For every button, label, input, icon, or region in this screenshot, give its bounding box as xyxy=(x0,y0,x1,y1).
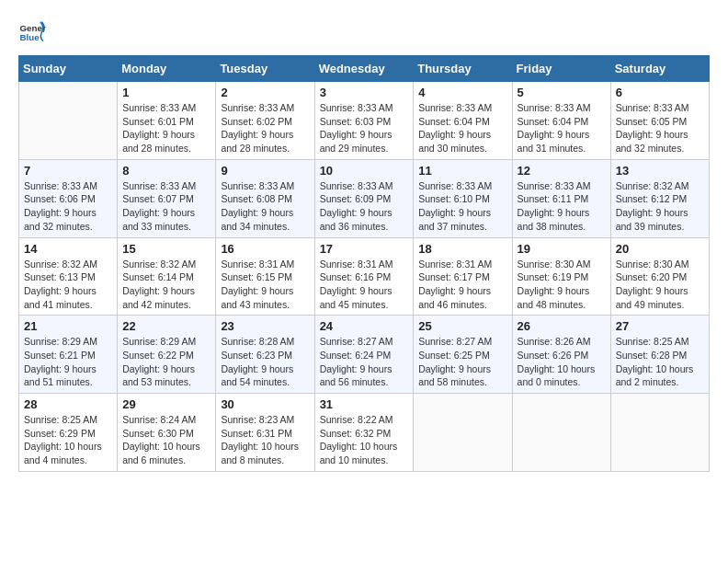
day-number: 6 xyxy=(616,86,704,99)
day-number: 21 xyxy=(24,319,112,333)
weekday-header-wednesday: Wednesday xyxy=(314,56,414,82)
day-info: Sunrise: 8:25 AMSunset: 6:29 PMDaylight:… xyxy=(24,413,112,467)
day-number: 20 xyxy=(616,242,704,256)
week-row-3: 14Sunrise: 8:32 AMSunset: 6:13 PMDayligh… xyxy=(19,237,710,316)
calendar-cell: 18Sunrise: 8:31 AMSunset: 6:17 PMDayligh… xyxy=(414,237,512,316)
day-info: Sunrise: 8:31 AMSunset: 6:16 PMDaylight:… xyxy=(320,258,409,312)
day-number: 4 xyxy=(418,86,506,99)
calendar-cell: 26Sunrise: 8:26 AMSunset: 6:26 PMDayligh… xyxy=(512,316,610,394)
day-info: Sunrise: 8:31 AMSunset: 6:15 PMDaylight:… xyxy=(221,258,309,312)
calendar-cell: 3Sunrise: 8:33 AMSunset: 6:03 PMDaylight… xyxy=(314,82,414,160)
calendar-cell: 22Sunrise: 8:29 AMSunset: 6:22 PMDayligh… xyxy=(118,316,216,394)
calendar-cell: 15Sunrise: 8:32 AMSunset: 6:14 PMDayligh… xyxy=(118,237,216,316)
day-number: 7 xyxy=(24,164,112,178)
weekday-header-row: SundayMondayTuesdayWednesdayThursdayFrid… xyxy=(19,56,710,82)
day-info: Sunrise: 8:30 AMSunset: 6:20 PMDaylight:… xyxy=(616,258,704,312)
calendar-cell: 1Sunrise: 8:33 AMSunset: 6:01 PMDaylight… xyxy=(118,82,216,160)
logo: General Blue xyxy=(18,18,50,46)
day-info: Sunrise: 8:32 AMSunset: 6:14 PMDaylight:… xyxy=(122,258,210,312)
day-info: Sunrise: 8:24 AMSunset: 6:30 PMDaylight:… xyxy=(122,413,210,467)
day-number: 1 xyxy=(122,86,210,99)
week-row-2: 7Sunrise: 8:33 AMSunset: 6:06 PMDaylight… xyxy=(19,159,710,237)
day-info: Sunrise: 8:30 AMSunset: 6:19 PMDaylight:… xyxy=(518,258,606,312)
calendar-table: SundayMondayTuesdayWednesdayThursdayFrid… xyxy=(18,55,710,472)
day-number: 31 xyxy=(320,397,409,411)
logo-icon: General Blue xyxy=(18,18,46,46)
day-info: Sunrise: 8:23 AMSunset: 6:31 PMDaylight:… xyxy=(221,413,309,467)
day-number: 30 xyxy=(221,397,309,411)
weekday-header-thursday: Thursday xyxy=(414,56,512,82)
calendar-cell: 23Sunrise: 8:28 AMSunset: 6:23 PMDayligh… xyxy=(216,316,314,394)
day-info: Sunrise: 8:28 AMSunset: 6:23 PMDaylight:… xyxy=(221,335,309,389)
day-info: Sunrise: 8:33 AMSunset: 6:02 PMDaylight:… xyxy=(221,101,309,155)
day-number: 28 xyxy=(24,397,112,411)
day-info: Sunrise: 8:33 AMSunset: 6:01 PMDaylight:… xyxy=(122,101,210,155)
calendar-cell: 27Sunrise: 8:25 AMSunset: 6:28 PMDayligh… xyxy=(610,316,709,394)
day-number: 29 xyxy=(122,397,210,411)
day-number: 13 xyxy=(616,164,704,178)
calendar-cell: 28Sunrise: 8:25 AMSunset: 6:29 PMDayligh… xyxy=(19,394,118,472)
day-info: Sunrise: 8:33 AMSunset: 6:03 PMDaylight:… xyxy=(320,101,409,155)
calendar-cell: 14Sunrise: 8:32 AMSunset: 6:13 PMDayligh… xyxy=(19,237,118,316)
day-info: Sunrise: 8:22 AMSunset: 6:32 PMDaylight:… xyxy=(320,413,409,467)
weekday-header-tuesday: Tuesday xyxy=(216,56,314,82)
calendar-cell: 24Sunrise: 8:27 AMSunset: 6:24 PMDayligh… xyxy=(314,316,414,394)
day-info: Sunrise: 8:27 AMSunset: 6:25 PMDaylight:… xyxy=(418,335,506,389)
day-number: 23 xyxy=(221,319,309,333)
weekday-header-friday: Friday xyxy=(512,56,610,82)
day-info: Sunrise: 8:33 AMSunset: 6:08 PMDaylight:… xyxy=(221,179,309,234)
day-info: Sunrise: 8:32 AMSunset: 6:13 PMDaylight:… xyxy=(24,258,112,312)
day-info: Sunrise: 8:31 AMSunset: 6:17 PMDaylight:… xyxy=(418,258,506,312)
week-row-4: 21Sunrise: 8:29 AMSunset: 6:21 PMDayligh… xyxy=(19,316,710,394)
weekday-header-sunday: Sunday xyxy=(19,56,118,82)
calendar-cell: 29Sunrise: 8:24 AMSunset: 6:30 PMDayligh… xyxy=(118,394,216,472)
day-number: 26 xyxy=(518,319,606,333)
calendar-cell: 7Sunrise: 8:33 AMSunset: 6:06 PMDaylight… xyxy=(19,159,118,237)
day-info: Sunrise: 8:29 AMSunset: 6:21 PMDaylight:… xyxy=(24,335,112,389)
calendar-cell: 12Sunrise: 8:33 AMSunset: 6:11 PMDayligh… xyxy=(512,159,610,237)
day-number: 8 xyxy=(122,164,210,178)
week-row-5: 28Sunrise: 8:25 AMSunset: 6:29 PMDayligh… xyxy=(19,394,710,472)
calendar-cell: 16Sunrise: 8:31 AMSunset: 6:15 PMDayligh… xyxy=(216,237,314,316)
calendar-cell xyxy=(512,394,610,472)
day-number: 16 xyxy=(221,242,309,256)
calendar-cell: 19Sunrise: 8:30 AMSunset: 6:19 PMDayligh… xyxy=(512,237,610,316)
day-number: 17 xyxy=(320,242,409,256)
day-info: Sunrise: 8:33 AMSunset: 6:06 PMDaylight:… xyxy=(24,179,112,234)
day-number: 10 xyxy=(320,164,409,178)
day-info: Sunrise: 8:33 AMSunset: 6:10 PMDaylight:… xyxy=(418,179,506,234)
day-number: 2 xyxy=(221,86,309,99)
day-info: Sunrise: 8:33 AMSunset: 6:05 PMDaylight:… xyxy=(616,101,704,155)
day-number: 24 xyxy=(320,319,409,333)
day-number: 12 xyxy=(518,164,606,178)
calendar-cell xyxy=(19,82,118,160)
week-row-1: 1Sunrise: 8:33 AMSunset: 6:01 PMDaylight… xyxy=(19,82,710,160)
calendar-cell: 20Sunrise: 8:30 AMSunset: 6:20 PMDayligh… xyxy=(610,237,709,316)
calendar-cell: 9Sunrise: 8:33 AMSunset: 6:08 PMDaylight… xyxy=(216,159,314,237)
day-number: 3 xyxy=(320,86,409,99)
day-number: 22 xyxy=(122,319,210,333)
calendar-cell: 10Sunrise: 8:33 AMSunset: 6:09 PMDayligh… xyxy=(314,159,414,237)
calendar-cell: 8Sunrise: 8:33 AMSunset: 6:07 PMDaylight… xyxy=(118,159,216,237)
calendar-cell: 11Sunrise: 8:33 AMSunset: 6:10 PMDayligh… xyxy=(414,159,512,237)
weekday-header-monday: Monday xyxy=(118,56,216,82)
header: General Blue xyxy=(18,18,710,46)
day-number: 11 xyxy=(418,164,506,178)
day-info: Sunrise: 8:32 AMSunset: 6:12 PMDaylight:… xyxy=(616,179,704,234)
day-info: Sunrise: 8:27 AMSunset: 6:24 PMDaylight:… xyxy=(320,335,409,389)
calendar-cell: 25Sunrise: 8:27 AMSunset: 6:25 PMDayligh… xyxy=(414,316,512,394)
day-number: 14 xyxy=(24,242,112,256)
weekday-header-saturday: Saturday xyxy=(610,56,709,82)
day-info: Sunrise: 8:33 AMSunset: 6:04 PMDaylight:… xyxy=(418,101,506,155)
day-number: 5 xyxy=(518,86,606,99)
day-info: Sunrise: 8:25 AMSunset: 6:28 PMDaylight:… xyxy=(616,335,704,389)
day-number: 9 xyxy=(221,164,309,178)
calendar-cell: 2Sunrise: 8:33 AMSunset: 6:02 PMDaylight… xyxy=(216,82,314,160)
calendar-cell xyxy=(414,394,512,472)
calendar-cell xyxy=(610,394,709,472)
day-info: Sunrise: 8:33 AMSunset: 6:09 PMDaylight:… xyxy=(320,179,409,234)
svg-text:Blue: Blue xyxy=(20,32,40,42)
day-info: Sunrise: 8:26 AMSunset: 6:26 PMDaylight:… xyxy=(518,335,606,389)
calendar-cell: 5Sunrise: 8:33 AMSunset: 6:04 PMDaylight… xyxy=(512,82,610,160)
day-number: 18 xyxy=(418,242,506,256)
